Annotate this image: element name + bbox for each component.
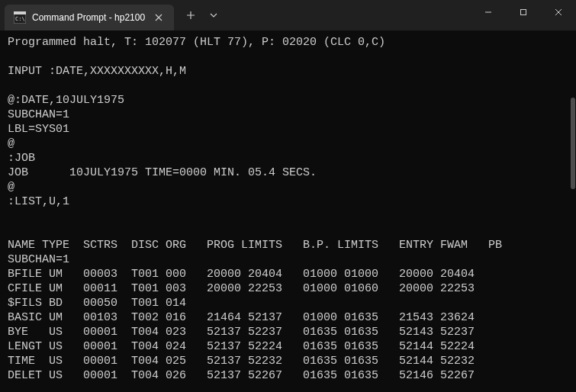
minimize-icon (484, 8, 492, 16)
svg-text:C:\: C:\ (15, 16, 25, 22)
maximize-button[interactable] (506, 0, 541, 24)
titlebar-drag-region[interactable] (223, 0, 471, 31)
tab-title: Command Prompt - hp2100 (32, 12, 145, 23)
plus-icon (186, 11, 195, 20)
cmd-icon: C:\ (14, 11, 26, 24)
terminal-output[interactable]: Programmed halt, T: 102077 (HLT 77), P: … (0, 31, 576, 392)
tab-close-button[interactable] (151, 10, 166, 25)
svg-rect-3 (521, 10, 526, 15)
window-controls (471, 0, 576, 31)
chevron-down-icon (210, 11, 217, 19)
scrollbar-thumb[interactable] (571, 98, 575, 189)
close-icon (155, 14, 163, 21)
titlebar: C:\ Command Prompt - hp2100 (0, 0, 576, 31)
close-icon (555, 8, 562, 16)
tab-actions (174, 0, 223, 31)
window-close-button[interactable] (541, 0, 576, 24)
tab-active[interactable]: C:\ Command Prompt - hp2100 (5, 5, 174, 31)
tab-dropdown-button[interactable] (204, 0, 223, 31)
maximize-icon (520, 8, 527, 16)
scrollbar[interactable] (570, 37, 576, 392)
new-tab-button[interactable] (179, 0, 203, 31)
terminal-window: C:\ Command Prompt - hp2100 (0, 0, 576, 392)
svg-rect-1 (14, 11, 26, 14)
minimize-button[interactable] (471, 0, 506, 24)
